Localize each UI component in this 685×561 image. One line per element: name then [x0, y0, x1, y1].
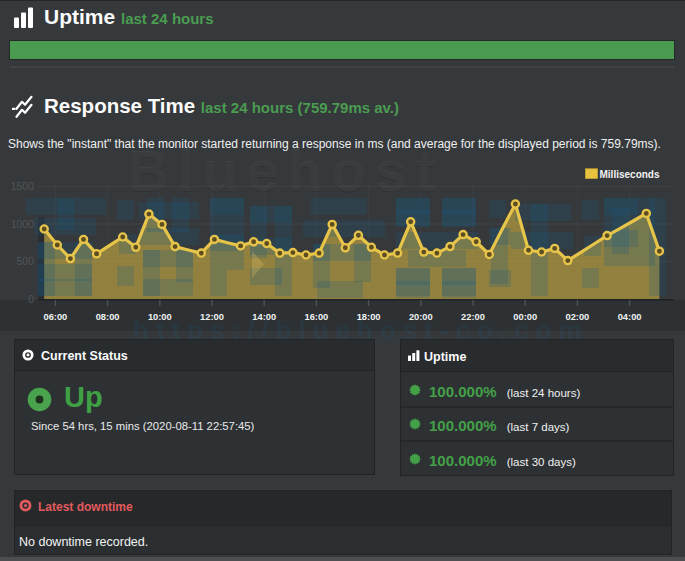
svg-text:1500: 1500: [11, 180, 35, 192]
svg-text:08:00: 08:00: [96, 312, 120, 322]
svg-text:06:00: 06:00: [44, 312, 68, 322]
svg-text:https://bluehost-cp.com: https://bluehost-cp.com: [133, 315, 589, 341]
svg-text:0: 0: [28, 293, 34, 305]
svg-text:Milliseconds: Milliseconds: [600, 169, 660, 180]
svg-text:1000: 1000: [11, 218, 35, 230]
svg-text:500: 500: [16, 255, 34, 267]
svg-text:04:00: 04:00: [618, 312, 642, 322]
